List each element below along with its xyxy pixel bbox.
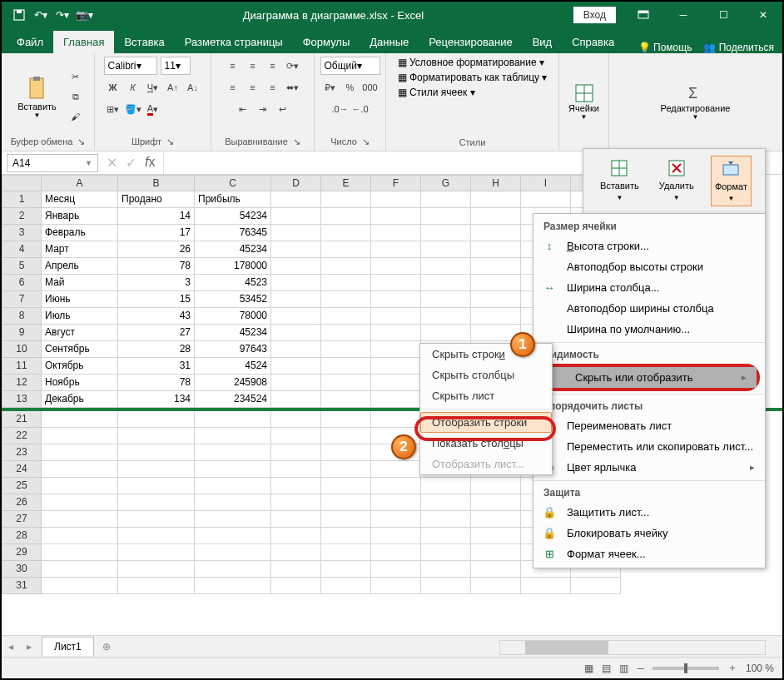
- cell[interactable]: [118, 511, 195, 528]
- cell-styles-button[interactable]: ▦ Стили ячеек ▾: [398, 87, 475, 98]
- cell[interactable]: [271, 308, 321, 325]
- cell[interactable]: [271, 325, 321, 341]
- italic-icon[interactable]: К: [124, 78, 142, 97]
- column-header[interactable]: F: [371, 175, 421, 191]
- cell[interactable]: [471, 511, 521, 528]
- cell[interactable]: Август: [42, 325, 118, 341]
- menu-rename-sheet[interactable]: ●Переименовать лист: [533, 415, 765, 436]
- cell[interactable]: [271, 375, 321, 391]
- add-sheet-icon[interactable]: ⊕: [94, 641, 119, 653]
- row-header[interactable]: 26: [2, 494, 42, 511]
- cell[interactable]: [421, 225, 471, 241]
- cell[interactable]: [321, 511, 371, 528]
- menu-autofit-col[interactable]: Автоподбор ширины столбца: [533, 298, 765, 319]
- cell[interactable]: [321, 191, 371, 208]
- cell[interactable]: [421, 291, 471, 308]
- cell[interactable]: [195, 561, 271, 578]
- cell[interactable]: [421, 478, 471, 494]
- table-format-button[interactable]: ▦ Форматировать как таблицу ▾: [398, 72, 548, 83]
- font-name-combo[interactable]: Calibri ▾: [104, 57, 157, 75]
- cell[interactable]: 45234: [195, 325, 271, 341]
- cell[interactable]: [521, 191, 571, 208]
- cell[interactable]: Прибыль: [195, 191, 271, 208]
- row-header[interactable]: 22: [2, 428, 42, 444]
- indent-dec-icon[interactable]: ⇤: [234, 100, 252, 118]
- dec-decimal-icon[interactable]: ←.0: [351, 100, 370, 118]
- share-button[interactable]: 👥 Поделиться: [703, 42, 774, 53]
- cell[interactable]: Продано: [118, 191, 195, 208]
- cell[interactable]: [321, 544, 371, 561]
- tab-pagelayout[interactable]: Разметка страницы: [175, 31, 293, 53]
- name-box[interactable]: A14▼: [7, 154, 98, 172]
- cell[interactable]: [321, 291, 371, 308]
- cell[interactable]: [571, 578, 621, 594]
- cell[interactable]: [421, 208, 471, 225]
- column-header[interactable]: G: [421, 175, 471, 191]
- cell[interactable]: [321, 258, 371, 275]
- cell[interactable]: [371, 561, 421, 578]
- row-header[interactable]: 8: [2, 308, 42, 325]
- row-header[interactable]: 6: [2, 275, 42, 291]
- cell[interactable]: [421, 308, 471, 325]
- cell[interactable]: [195, 444, 271, 461]
- cell[interactable]: [118, 494, 195, 511]
- cell[interactable]: [42, 444, 118, 461]
- row-header[interactable]: 23: [2, 444, 42, 461]
- cell[interactable]: [42, 528, 118, 544]
- cell[interactable]: [271, 578, 321, 594]
- wrap-icon[interactable]: ↩: [274, 100, 292, 118]
- cell[interactable]: [321, 225, 371, 241]
- cell[interactable]: [195, 544, 271, 561]
- cell[interactable]: [371, 544, 421, 561]
- maximize-icon[interactable]: ☐: [704, 2, 742, 28]
- row-header[interactable]: 30: [2, 561, 42, 578]
- cell[interactable]: [471, 528, 521, 544]
- cell[interactable]: [42, 411, 118, 428]
- menu-lock-cell[interactable]: 🔒Блокировать ячейку: [533, 523, 765, 544]
- row-header[interactable]: 1: [2, 191, 42, 208]
- cell[interactable]: 53452: [195, 291, 271, 308]
- font-size-combo[interactable]: 11 ▾: [161, 57, 191, 75]
- cell[interactable]: [421, 241, 471, 258]
- row-header[interactable]: 9: [2, 325, 42, 341]
- cell[interactable]: [321, 241, 371, 258]
- cell[interactable]: [195, 578, 271, 594]
- cell[interactable]: [271, 428, 321, 444]
- cell[interactable]: [471, 478, 521, 494]
- cell[interactable]: [321, 494, 371, 511]
- cell[interactable]: [271, 478, 321, 494]
- cell[interactable]: [271, 358, 321, 375]
- row-header[interactable]: 11: [2, 358, 42, 375]
- fx-icon[interactable]: fx: [145, 155, 155, 171]
- cell[interactable]: 234524: [195, 391, 271, 408]
- cell[interactable]: [195, 428, 271, 444]
- tab-help[interactable]: Справка: [562, 31, 624, 53]
- cell[interactable]: [118, 578, 195, 594]
- cell[interactable]: [371, 308, 421, 325]
- font-grow-icon[interactable]: A↑: [164, 78, 182, 97]
- cell[interactable]: [271, 191, 321, 208]
- cell[interactable]: [321, 578, 371, 594]
- row-header[interactable]: 31: [2, 578, 42, 594]
- tab-review[interactable]: Рецензирование: [419, 31, 522, 53]
- percent-icon[interactable]: %: [341, 78, 360, 97]
- zoom-out-icon[interactable]: ─: [637, 663, 644, 674]
- dialog-launcher-icon[interactable]: ↘: [77, 136, 85, 147]
- cell[interactable]: [118, 461, 195, 478]
- cell[interactable]: [371, 358, 421, 375]
- align-bot-icon[interactable]: ≡: [264, 57, 282, 75]
- cell[interactable]: [471, 291, 521, 308]
- row-header[interactable]: 10: [2, 341, 42, 358]
- cell[interactable]: [371, 461, 421, 478]
- cell[interactable]: 26: [118, 241, 195, 258]
- cell[interactable]: [421, 528, 471, 544]
- font-color-icon[interactable]: A▾: [144, 100, 162, 118]
- sheet-tab[interactable]: Лист1: [42, 637, 94, 656]
- cell[interactable]: [471, 241, 521, 258]
- cell[interactable]: [321, 275, 371, 291]
- cell[interactable]: [371, 478, 421, 494]
- minimize-icon[interactable]: ─: [664, 2, 702, 28]
- cell[interactable]: [371, 375, 421, 391]
- cell[interactable]: [371, 291, 421, 308]
- cell[interactable]: [271, 411, 321, 428]
